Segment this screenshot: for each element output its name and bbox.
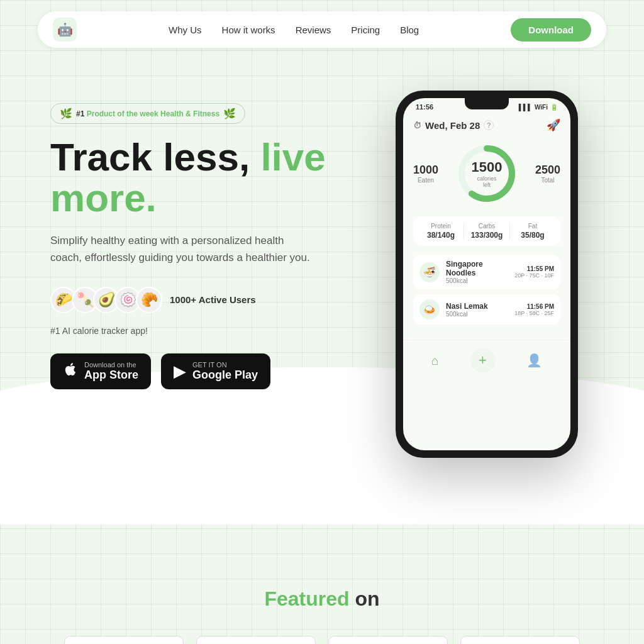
- phone-date: ⏱ Wed, Feb 28 ?: [413, 120, 494, 131]
- product-badge: 🌿 #1 Product of the week Health & Fitnes…: [50, 103, 245, 124]
- featured-logo-1: [64, 636, 184, 644]
- macro-protein: Protein 38/140g: [418, 223, 464, 240]
- hero-right: 11:56 ▌▌▌ WiFi 🔋 ⏱ Wed, F: [380, 84, 594, 458]
- app-store-main: App Store: [84, 369, 138, 382]
- store-buttons: Download on the App Store ▶ GET IT ON Go…: [50, 353, 380, 389]
- wifi-icon: WiFi: [535, 104, 548, 111]
- status-bar-container: 11:56 ▌▌▌ WiFi 🔋: [403, 98, 570, 113]
- nav-item-pricing[interactable]: Pricing: [351, 25, 380, 35]
- nav-links: Why Us How it works Reviews Pricing Blog: [169, 25, 419, 35]
- eaten-label: Eaten: [413, 177, 438, 184]
- phone-content: ⏱ Wed, Feb 28 ? 🚀 1000 Eaten: [403, 113, 570, 340]
- protein-value: 38/140g: [418, 231, 464, 240]
- badge-week-text: Product of the week: [87, 109, 160, 118]
- food-2-info: Nasi Lemak 500kcal: [446, 302, 508, 318]
- food-1-time: 11:55 PM: [514, 265, 554, 272]
- badge-text: #1 Product of the week Health & Fitness: [76, 109, 219, 118]
- google-play-button[interactable]: ▶ GET IT ON Google Play: [161, 353, 270, 389]
- phone-date-row: ⏱ Wed, Feb 28 ? 🚀: [413, 118, 560, 132]
- calorie-section: 1000 Eaten 1500 caloriesleft: [413, 142, 560, 205]
- laurel-right-icon: 🌿: [223, 108, 236, 119]
- avatars-group: 🌮 🍡 🥑 🍥 🥐: [50, 287, 162, 313]
- google-play-text: GET IT ON Google Play: [192, 361, 258, 382]
- phone-time: 11:56: [416, 103, 433, 111]
- carbs-value: 133/300g: [464, 231, 509, 240]
- calorie-ring: 1500 caloriesleft: [455, 142, 518, 205]
- info-icon: ?: [484, 120, 494, 130]
- phone-status-bar: 11:56 ▌▌▌ WiFi 🔋: [403, 98, 570, 113]
- total-number: 2500: [535, 164, 560, 177]
- total-label: Total: [535, 177, 560, 184]
- phone-screen: 11:56 ▌▌▌ WiFi 🔋 ⏱ Wed, F: [403, 98, 570, 450]
- hero-section: 🌿 #1 Product of the week Health & Fitnes…: [0, 59, 644, 474]
- badge-category: Health & Fitness: [160, 109, 219, 118]
- phone-mockup: 11:56 ▌▌▌ WiFi 🔋 ⏱ Wed, F: [396, 91, 578, 458]
- nav-item-reviews[interactable]: Reviews: [296, 25, 331, 35]
- food-1-info: Singapore Noodles 500kcal: [446, 260, 508, 284]
- google-play-main: Google Play: [192, 369, 258, 382]
- phone-bottom-nav: ⌂ + 👤: [403, 340, 570, 383]
- featured-logo-3: [328, 636, 448, 644]
- phone-date-text: Wed, Feb 28: [425, 120, 480, 131]
- macro-fat: Fat 35/80g: [509, 223, 555, 240]
- nav-logo[interactable]: 🤖: [53, 18, 77, 42]
- phone-status-icons: ▌▌▌ WiFi 🔋: [519, 104, 558, 111]
- fat-value: 35/80g: [510, 231, 555, 240]
- calories-total: 2500 Total: [535, 164, 560, 184]
- phone-notch: [465, 98, 509, 109]
- home-nav-icon[interactable]: ⌂: [431, 353, 439, 368]
- food-2-time: 11:56 PM: [514, 303, 554, 310]
- featured-section: Featured on: [0, 537, 644, 644]
- food-item-1[interactable]: 🍜 Singapore Noodles 500kcal 11:55 PM 20P…: [413, 255, 560, 289]
- food-1-macros: 20P · 75C · 10F: [514, 272, 554, 279]
- play-icon: ▶: [174, 362, 186, 381]
- featured-title-dark: on: [350, 587, 380, 610]
- rocket-icon: 🚀: [547, 118, 560, 132]
- eaten-number: 1000: [413, 164, 438, 177]
- avatar-5: 🥐: [136, 287, 162, 313]
- profile-nav-icon[interactable]: 👤: [526, 353, 542, 368]
- badge-number: #1: [76, 109, 84, 118]
- calories-left-label: caloriesleft: [472, 175, 502, 188]
- google-play-top: GET IT ON: [192, 361, 258, 369]
- hero-subtext: Simplify healthy eating with a personali…: [50, 232, 314, 266]
- macro-carbs: Carbs 133/300g: [464, 223, 509, 240]
- featured-title: Featured on: [38, 587, 606, 611]
- food-2-kcal: 500kcal: [446, 311, 508, 318]
- ring-center: 1500 caloriesleft: [472, 159, 502, 188]
- featured-logo-4: [460, 636, 580, 644]
- food-1-icon: 🍜: [419, 262, 440, 282]
- food-1-meta: 11:55 PM 20P · 75C · 10F: [514, 265, 554, 279]
- food-1-kcal: 500kcal: [446, 277, 508, 284]
- ai-label: #1 AI calorie tracker app!: [50, 326, 380, 336]
- nav-item-why-us[interactable]: Why Us: [169, 25, 202, 35]
- clock-icon: ⏱: [413, 121, 421, 130]
- featured-logo-2: [196, 636, 316, 644]
- signal-icon: ▌▌▌: [519, 104, 532, 111]
- nav-download-button[interactable]: Download: [511, 18, 591, 42]
- add-nav-button[interactable]: +: [470, 348, 496, 373]
- food-1-name: Singapore Noodles: [446, 260, 508, 277]
- app-store-button[interactable]: Download on the App Store: [50, 353, 151, 389]
- fat-label: Fat: [510, 223, 555, 230]
- calories-eaten: 1000 Eaten: [413, 164, 438, 184]
- nav-item-how-it-works[interactable]: How it works: [222, 25, 275, 35]
- navbar: 🤖 Why Us How it works Reviews Pricing Bl…: [38, 11, 606, 48]
- battery-icon: 🔋: [550, 104, 558, 111]
- headline-black: Track less,: [50, 135, 250, 179]
- protein-label: Protein: [418, 223, 464, 230]
- calories-left-number: 1500: [472, 159, 502, 175]
- apple-icon: [63, 362, 78, 381]
- food-2-name: Nasi Lemak: [446, 302, 508, 311]
- featured-logos: [38, 636, 606, 644]
- users-row: 🌮 🍡 🥑 🍥 🥐 1000+ Active Users: [50, 287, 380, 313]
- food-item-2[interactable]: 🍛 Nasi Lemak 500kcal 11:56 PM 18P · 58C …: [413, 294, 560, 325]
- logo-icon: 🤖: [57, 22, 73, 37]
- hero-headline: Track less, live more.: [50, 136, 380, 218]
- hero-left: 🌿 #1 Product of the week Health & Fitnes…: [50, 84, 380, 389]
- food-2-macros: 18P · 58C · 25F: [514, 310, 554, 316]
- food-2-meta: 11:56 PM 18P · 58C · 25F: [514, 303, 554, 316]
- featured-title-green: Featured: [264, 587, 349, 610]
- macros-row: Protein 38/140g Carbs 133/300g Fat 35/80…: [413, 216, 560, 246]
- nav-item-blog[interactable]: Blog: [400, 25, 419, 35]
